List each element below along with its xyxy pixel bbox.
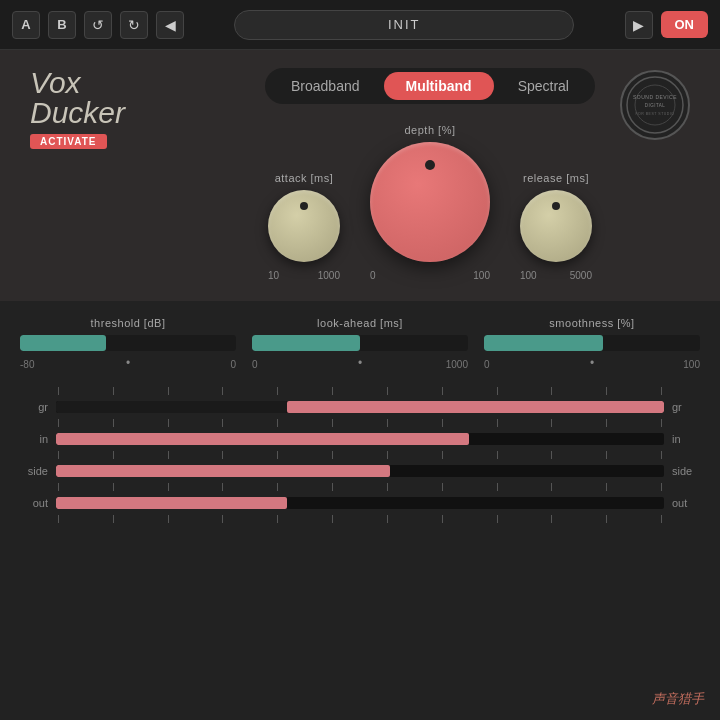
svg-text:SOUND DEVICE: SOUND DEVICE — [633, 94, 677, 100]
attack-max: 1000 — [318, 270, 340, 281]
tick-marks-mid1 — [56, 419, 664, 427]
tab-multiband[interactable]: Multiband — [384, 72, 494, 100]
svg-text:DIGITAL: DIGITAL — [645, 103, 666, 108]
release-knob[interactable] — [520, 190, 592, 262]
attack-knob[interactable] — [268, 190, 340, 262]
tick-7 — [387, 387, 388, 395]
side-pink-bar — [56, 465, 390, 477]
tab-spectral[interactable]: Spectral — [496, 72, 591, 100]
tick-6 — [332, 387, 333, 395]
tab-broadband[interactable]: Broadband — [269, 72, 382, 100]
tick-m1-1 — [58, 419, 59, 427]
release-knob-indicator — [552, 202, 560, 210]
undo-button[interactable]: ↺ — [84, 11, 112, 39]
threshold-range: -80 • 0 — [20, 359, 236, 370]
attack-min: 10 — [268, 270, 279, 281]
tick-b12 — [661, 515, 662, 523]
tick-m2-12 — [661, 451, 662, 459]
attack-knob-indicator — [300, 202, 308, 210]
lookahead-center-dot: • — [358, 356, 362, 370]
gr-pink-bar — [287, 401, 664, 413]
side-meter-bar — [56, 465, 664, 477]
smoothness-min: 0 — [484, 359, 490, 370]
mode-selector-area: Broadband Multiband Spectral attack [ms]… — [170, 68, 690, 281]
tick-m1-7 — [387, 419, 388, 427]
depth-knob-container — [370, 142, 490, 262]
out-label-left: out — [20, 497, 48, 509]
depth-knob[interactable] — [370, 142, 490, 262]
sounddevice-logo: SOUND DEVICE DIGITAL FOR BEST STUDIO — [620, 70, 690, 140]
smoothness-center-dot: • — [590, 356, 594, 370]
tick-m1-2 — [113, 419, 114, 427]
tick-4 — [222, 387, 223, 395]
tick-m3-1 — [58, 483, 59, 491]
tick-m3-8 — [442, 483, 443, 491]
ticks-mid3 — [20, 480, 700, 494]
tick-m1-10 — [551, 419, 552, 427]
preset-name: INIT — [388, 17, 421, 32]
tick-b10 — [551, 515, 552, 523]
tick-m1-4 — [222, 419, 223, 427]
in-meter-row: in in — [20, 430, 700, 448]
ticks-mid1 — [20, 416, 700, 430]
tick-m2-1 — [58, 451, 59, 459]
preset-area: INIT — [192, 10, 617, 40]
release-range: 100 5000 — [520, 270, 592, 281]
ticks-container-mid1 — [56, 416, 664, 430]
lookahead-track[interactable] — [252, 335, 468, 351]
tick-m3-11 — [606, 483, 607, 491]
tick-b8 — [442, 515, 443, 523]
ticks-mid2 — [20, 448, 700, 462]
threshold-min: -80 — [20, 359, 34, 370]
preset-bar[interactable]: INIT — [234, 10, 574, 40]
depth-min: 0 — [370, 270, 376, 281]
in-meter-bar — [56, 433, 664, 445]
tick-m1-3 — [168, 419, 169, 427]
tick-m2-10 — [551, 451, 552, 459]
tick-m3-2 — [113, 483, 114, 491]
depth-label: depth [%] — [405, 124, 456, 136]
tick-b5 — [277, 515, 278, 523]
prev-preset-button[interactable]: ◀ — [156, 11, 184, 39]
tick-b4 — [222, 515, 223, 523]
sliders-row: threshold [dB] -80 • 0 look-ahead [ms] 0… — [20, 317, 700, 370]
tick-marks-bottom — [56, 515, 664, 523]
gr-label-left: gr — [20, 401, 48, 413]
a-button[interactable]: A — [12, 11, 40, 39]
ticks-container-bottom — [56, 512, 664, 526]
release-knob-container — [520, 190, 592, 262]
tick-m2-2 — [113, 451, 114, 459]
b-button[interactable]: B — [48, 11, 76, 39]
tick-m2-11 — [606, 451, 607, 459]
redo-button[interactable]: ↻ — [120, 11, 148, 39]
threshold-fill — [20, 335, 106, 351]
tick-m2-5 — [277, 451, 278, 459]
on-off-button[interactable]: ON — [661, 11, 709, 38]
lookahead-fill — [252, 335, 360, 351]
tick-m1-6 — [332, 419, 333, 427]
tick-m2-7 — [387, 451, 388, 459]
smoothness-fill — [484, 335, 603, 351]
tick-b3 — [168, 515, 169, 523]
smoothness-track[interactable] — [484, 335, 700, 351]
depth-max: 100 — [473, 270, 490, 281]
tick-b9 — [497, 515, 498, 523]
logo-ducker: Ducker — [30, 98, 150, 128]
side-label-right: side — [672, 465, 700, 477]
tick-m3-5 — [277, 483, 278, 491]
tick-m1-5 — [277, 419, 278, 427]
tick-b11 — [606, 515, 607, 523]
logo: Vox Ducker ACTIVATE — [30, 68, 150, 149]
in-pink-bar — [56, 433, 469, 445]
tick-marks-top — [56, 387, 664, 395]
watermark: 声音猎手 — [652, 690, 704, 708]
tick-m3-12 — [661, 483, 662, 491]
threshold-track[interactable] — [20, 335, 236, 351]
next-preset-button[interactable]: ▶ — [625, 11, 653, 39]
activate-badge[interactable]: ACTIVATE — [30, 134, 107, 149]
tick-8 — [442, 387, 443, 395]
ticks-container-mid2 — [56, 448, 664, 462]
tick-m1-12 — [661, 419, 662, 427]
depth-knob-indicator — [425, 160, 435, 170]
lookahead-max: 1000 — [446, 359, 468, 370]
